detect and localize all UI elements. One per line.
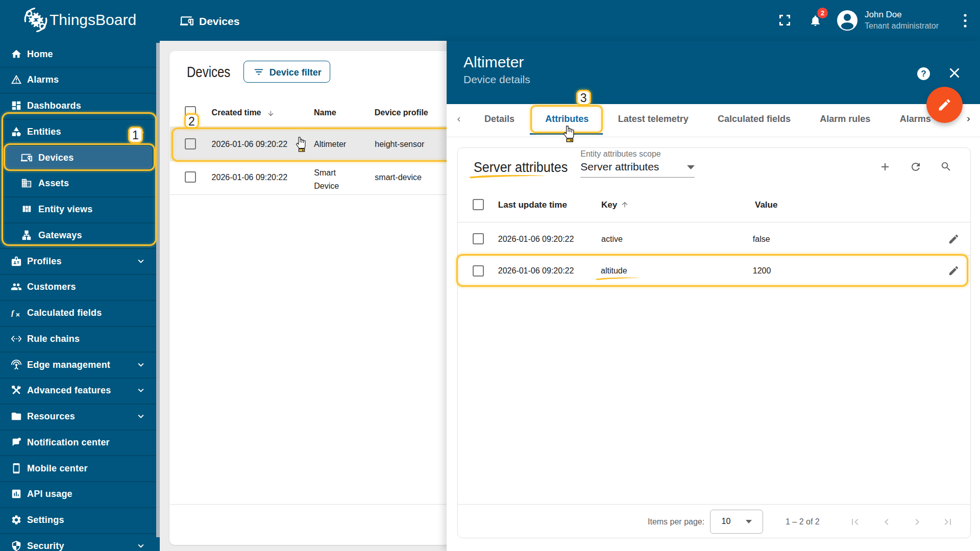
svg-text:✕: ✕ bbox=[15, 312, 20, 318]
svg-text:f: f bbox=[11, 308, 15, 317]
